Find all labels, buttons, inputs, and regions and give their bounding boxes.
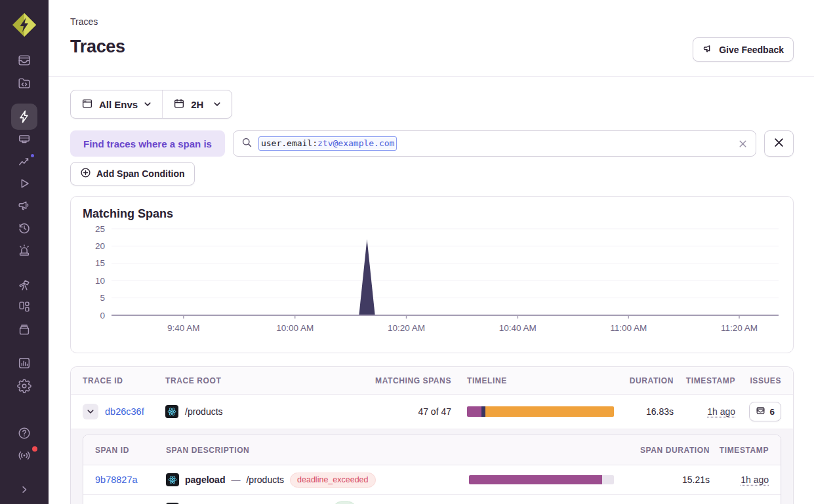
col-trace-id: TRACE ID <box>83 376 150 385</box>
matching-spans-panel: Matching Spans 05101520259:40 AM10:00 AM… <box>70 196 794 353</box>
span-status-badge: deadline_exceeded <box>290 473 375 488</box>
matching-spans-chart[interactable]: 05101520259:40 AM10:00 AM10:20 AM10:40 A… <box>83 222 781 344</box>
col-span-description: SPAN DESCRIPTION <box>166 446 456 455</box>
date-range-label: 2H <box>191 99 203 110</box>
layout-blocks-icon <box>17 300 31 314</box>
issues-inbox-icon <box>17 53 31 68</box>
sidebar-item-releases[interactable] <box>11 219 37 237</box>
trace-root-label[interactable]: /products <box>185 406 223 417</box>
traces-table-header: TRACE ID TRACE ROOT MATCHING SPANS TIMEL… <box>71 367 793 395</box>
add-span-condition-button[interactable]: Add Span Condition <box>70 162 195 185</box>
sentry-logo[interactable] <box>10 10 39 39</box>
span-condition-row: Find traces where a span is user.email:z… <box>70 130 794 157</box>
svg-text:15: 15 <box>95 258 105 268</box>
svg-text:11:20 AM: 11:20 AM <box>721 323 758 333</box>
col-issues: ISSUES <box>750 376 781 385</box>
main-content: Traces Traces Give Feedback All Envs 2H … <box>49 0 814 504</box>
broadcast-icon <box>17 448 31 463</box>
traces-page-body: All Envs 2H Find traces where a span is … <box>49 77 814 504</box>
filter-bar: All Envs 2H <box>70 90 232 119</box>
trace-issues-button[interactable]: 6 <box>749 402 781 421</box>
history-clock-icon <box>17 221 31 235</box>
remove-condition-button[interactable] <box>764 130 794 157</box>
calendar-icon <box>173 98 185 111</box>
clear-search-icon[interactable] <box>738 139 748 149</box>
search-token-key: user.email: <box>261 138 317 149</box>
svg-text:25: 25 <box>95 224 105 234</box>
sidebar-item-issues[interactable] <box>11 51 37 69</box>
give-feedback-button[interactable]: Give Feedback <box>693 37 794 62</box>
sidebar-item-archive[interactable] <box>11 320 37 339</box>
sidebar-nav <box>0 39 49 504</box>
span-id-link[interactable]: 9b78827a <box>95 475 153 485</box>
span-timeline-bar[interactable] <box>469 475 614 484</box>
issues-inbox-icon <box>756 406 765 417</box>
col-span-timestamp: TIMESTAMP <box>720 446 769 455</box>
trace-timeline-bar[interactable] <box>467 406 614 417</box>
search-token[interactable]: user.email:ztv@example.com <box>258 136 397 151</box>
help-circle-icon <box>17 426 31 440</box>
date-range-filter[interactable]: 2H <box>163 90 232 118</box>
sidebar-item-insights[interactable] <box>11 152 37 170</box>
sidebar-item-profiling[interactable] <box>11 130 37 148</box>
sidebar-collapse-toggle[interactable] <box>11 480 37 499</box>
span-duration: 15.21s <box>682 475 710 485</box>
sidebar-item-discover[interactable] <box>11 276 37 294</box>
trace-details: SPAN ID SPAN DESCRIPTION SPAN DURATION T… <box>71 429 793 504</box>
svg-text:20: 20 <box>95 241 105 251</box>
plus-circle-icon <box>80 167 91 180</box>
span-status-badge: ok <box>333 501 356 504</box>
sidebar-item-projects[interactable] <box>11 74 37 92</box>
megaphone-icon <box>702 43 714 56</box>
react-platform-icon <box>166 473 179 486</box>
sidebar-item-settings[interactable] <box>11 377 37 395</box>
span-timestamp[interactable]: 1h ago <box>741 475 769 485</box>
window-icon <box>81 98 93 111</box>
trace-issues-count: 6 <box>769 407 775 417</box>
svg-text:0: 0 <box>100 311 105 320</box>
sidebar-item-dashboards[interactable] <box>11 298 37 316</box>
svg-text:10:40 AM: 10:40 AM <box>499 323 537 333</box>
environment-filter[interactable]: All Envs <box>71 90 162 118</box>
lightning-icon <box>17 109 31 124</box>
collapse-trace-button[interactable] <box>83 404 98 419</box>
traces-table: TRACE ID TRACE ROOT MATCHING SPANS TIMEL… <box>70 366 794 504</box>
give-feedback-label: Give Feedback <box>719 45 784 55</box>
col-span-id: SPAN ID <box>95 446 153 455</box>
page-title: Traces <box>70 37 125 57</box>
breadcrumb[interactable]: Traces <box>70 16 98 27</box>
chevron-right-icon <box>18 484 30 495</box>
projector-icon <box>17 132 31 146</box>
siren-icon <box>17 243 31 258</box>
code-folder-icon <box>17 76 31 90</box>
svg-text:10: 10 <box>95 276 105 286</box>
gear-icon <box>17 379 31 393</box>
page-header: Traces Traces Give Feedback <box>49 0 814 77</box>
svg-text:5: 5 <box>100 293 105 303</box>
trace-id-link[interactable]: db26c36f <box>105 406 144 417</box>
span-description[interactable]: /products <box>246 475 284 485</box>
col-timeline: TIMELINE <box>467 376 614 385</box>
span-search-input[interactable]: user.email:ztv@example.com <box>233 130 756 157</box>
span-op: pageload <box>185 475 225 485</box>
sidebar-item-stats[interactable] <box>11 354 37 372</box>
trace-row: db26c36f /products 47 of 47 16.83s 1h ag… <box>71 395 793 429</box>
trace-timestamp[interactable]: 1h ago <box>707 406 735 417</box>
sidebar-item-whats-new[interactable] <box>11 446 37 465</box>
span-separator: — <box>231 475 240 485</box>
spans-table-header: SPAN ID SPAN DESCRIPTION SPAN DURATION T… <box>83 435 781 465</box>
trace-duration: 16.83s <box>646 406 674 417</box>
sidebar-item-help[interactable] <box>11 424 37 442</box>
search-token-value: ztv@example.com <box>317 138 394 149</box>
spans-table: SPAN ID SPAN DESCRIPTION SPAN DURATION T… <box>83 435 781 504</box>
chevron-down-icon <box>144 99 152 110</box>
span-row: b7a7e441 ex http.server — GET /organizat… <box>83 494 781 504</box>
matching-spans-count: 47 of 47 <box>418 406 451 417</box>
sidebar-item-feedback[interactable] <box>11 197 37 215</box>
sidebar-item-traces[interactable] <box>11 104 37 130</box>
react-platform-icon <box>165 405 178 418</box>
svg-text:9:40 AM: 9:40 AM <box>167 323 200 333</box>
sidebar-item-replays[interactable] <box>11 174 37 193</box>
sidebar-item-alerts[interactable] <box>11 241 37 260</box>
bar-stats-icon <box>17 356 31 370</box>
